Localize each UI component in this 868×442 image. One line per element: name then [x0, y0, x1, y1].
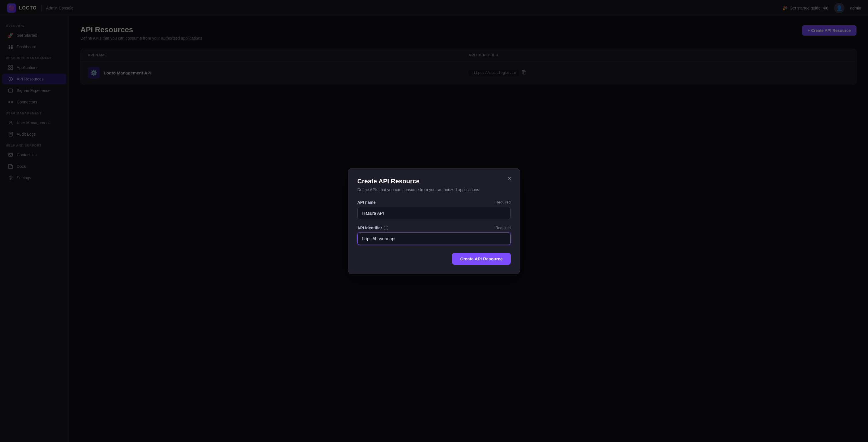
modal-footer: Create API Resource [357, 253, 511, 265]
api-name-required: Required [495, 200, 511, 204]
modal-overlay[interactable]: × Create API Resource Define APIs that y… [0, 0, 868, 442]
modal-subtitle: Define APIs that you can consume from yo… [357, 187, 511, 192]
api-identifier-form-group: API identifier i Required [357, 226, 511, 245]
api-identifier-label: API identifier i [357, 226, 388, 230]
api-name-label-row: API name Required [357, 200, 511, 205]
api-identifier-input[interactable] [357, 233, 511, 245]
api-name-input[interactable] [357, 207, 511, 219]
create-api-resource-modal: × Create API Resource Define APIs that y… [348, 168, 520, 274]
modal-title: Create API Resource [357, 178, 511, 185]
api-identifier-required: Required [495, 226, 511, 230]
api-name-label: API name [357, 200, 376, 205]
modal-create-button[interactable]: Create API Resource [452, 253, 511, 265]
api-name-form-group: API name Required [357, 200, 511, 219]
api-identifier-label-row: API identifier i Required [357, 226, 511, 230]
modal-close-button[interactable]: × [505, 174, 514, 183]
info-icon: i [384, 226, 388, 230]
